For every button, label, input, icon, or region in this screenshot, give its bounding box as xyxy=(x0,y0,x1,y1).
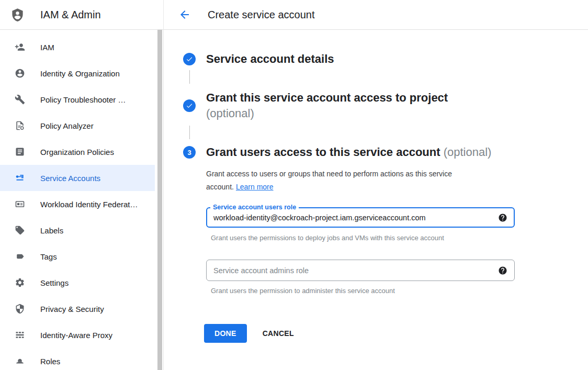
step-3-title-text: Grant users access to this service accou… xyxy=(206,145,440,159)
tag-icon xyxy=(15,225,25,236)
wrench-icon xyxy=(15,94,25,105)
sidebar-item-label: Tags xyxy=(40,252,57,261)
step-3-number-badge: 3 xyxy=(183,146,196,159)
sidebar-item-service-accounts[interactable]: Service Accounts xyxy=(0,165,155,191)
users-role-input[interactable] xyxy=(213,214,493,222)
sidebar-item-label: Organization Policies xyxy=(40,148,114,156)
create-service-account-wizard: Service account details Grant this servi… xyxy=(164,30,588,370)
step-connector xyxy=(189,126,190,139)
wizard-actions: DONE CANCEL xyxy=(204,324,588,343)
sidebar-item-policy-analyzer[interactable]: Policy Analyzer xyxy=(0,113,155,139)
sidebar-item-label: IAM xyxy=(40,43,54,52)
shield-icon xyxy=(15,304,25,314)
sidebar-item-policy-troubleshooter[interactable]: Policy Troubleshooter … xyxy=(0,86,155,113)
step-connector xyxy=(189,70,190,84)
step-2-title: Grant this service account access to pro… xyxy=(206,90,448,121)
person-add-icon xyxy=(15,42,25,52)
step-3-optional: (optional) xyxy=(444,145,492,159)
page-header: Create service account xyxy=(164,0,588,30)
step-3-description: Grant access to users or groups that nee… xyxy=(206,167,496,194)
account-circle-icon xyxy=(15,68,25,79)
sidebar-item-iam[interactable]: IAM xyxy=(0,34,155,60)
iam-admin-logo-icon xyxy=(10,8,25,22)
sidebar-item-label: Policy Analyzer xyxy=(40,121,94,130)
step-3-header: 3 Grant users access to this service acc… xyxy=(183,144,588,160)
sidebar-item-roles[interactable]: Roles xyxy=(0,348,155,370)
sidebar-item-workload-identity-federation[interactable]: Workload Identity Federat… xyxy=(0,191,155,217)
admins-role-field-container xyxy=(206,260,515,281)
help-icon[interactable] xyxy=(498,213,507,222)
roles-hat-icon xyxy=(15,356,25,366)
done-button[interactable]: DONE xyxy=(204,324,247,343)
sidebar-item-label: Identity-Aware Proxy xyxy=(40,331,112,340)
badge-card-icon xyxy=(15,199,25,209)
sidebar-header: IAM & Admin xyxy=(0,0,164,30)
sidebar-item-settings[interactable]: Settings xyxy=(0,270,155,296)
check-circle-icon xyxy=(183,53,196,65)
sidebar-scrollbar[interactable] xyxy=(157,30,162,370)
sidebar-item-label: Service Accounts xyxy=(40,174,100,183)
sidebar-item-identity-organization[interactable]: Identity & Organization xyxy=(0,60,155,86)
check-circle-icon xyxy=(183,99,196,112)
users-role-helper-text: Grant users the permissions to deploy jo… xyxy=(211,234,588,242)
admins-role-input[interactable] xyxy=(213,266,493,275)
sidebar-item-identity-aware-proxy[interactable]: Identity-Aware Proxy xyxy=(0,322,155,348)
admins-role-helper-text: Grant users the permission to administer… xyxy=(211,287,588,295)
sidebar-item-label: Identity & Organization xyxy=(40,69,120,78)
label-arrow-icon xyxy=(15,251,25,262)
step-3-title: Grant users access to this service accou… xyxy=(206,144,491,160)
help-icon[interactable] xyxy=(498,266,507,275)
gear-icon xyxy=(15,277,25,288)
step-2-optional: (optional) xyxy=(206,107,254,120)
sidebar-item-label: Roles xyxy=(40,357,60,366)
gcp-console: IAM & Admin Create service account IAM I… xyxy=(0,0,588,370)
sidebar-item-label: Workload Identity Federat… xyxy=(40,200,138,209)
sidebar-item-label: Privacy & Security xyxy=(40,305,104,313)
service-account-key-icon xyxy=(15,173,25,183)
step-2-title-text: Grant this service account access to pro… xyxy=(206,91,448,104)
step-2-header[interactable]: Grant this service account access to pro… xyxy=(183,90,507,121)
product-title: IAM & Admin xyxy=(40,9,101,21)
policy-analyzer-icon xyxy=(15,120,25,131)
sidebar-item-tags[interactable]: Tags xyxy=(0,243,155,270)
step-1-title: Service account details xyxy=(206,51,334,67)
learn-more-link[interactable]: Learn more xyxy=(236,183,274,191)
sidebar-item-label: Settings xyxy=(40,278,69,287)
cancel-button[interactable]: CANCEL xyxy=(263,329,294,338)
page-title: Create service account xyxy=(208,9,315,21)
step-3-number: 3 xyxy=(187,149,191,156)
sidebar-nav: IAM Identity & Organization Policy Troub… xyxy=(0,30,164,370)
users-role-field-label: Service account users role xyxy=(210,204,299,211)
back-arrow-icon[interactable] xyxy=(178,8,191,21)
sidebar-item-labels[interactable]: Labels xyxy=(0,217,155,243)
article-icon xyxy=(15,147,25,157)
sidebar-item-label: Policy Troubleshooter … xyxy=(40,95,126,104)
sidebar-item-label: Labels xyxy=(40,226,63,235)
proxy-grid-icon xyxy=(15,330,25,340)
sidebar-item-organization-policies[interactable]: Organization Policies xyxy=(0,139,155,165)
sidebar-item-privacy-security[interactable]: Privacy & Security xyxy=(0,296,155,322)
step-1-header[interactable]: Service account details xyxy=(183,51,588,67)
users-role-field-container: Service account users role xyxy=(206,207,515,228)
